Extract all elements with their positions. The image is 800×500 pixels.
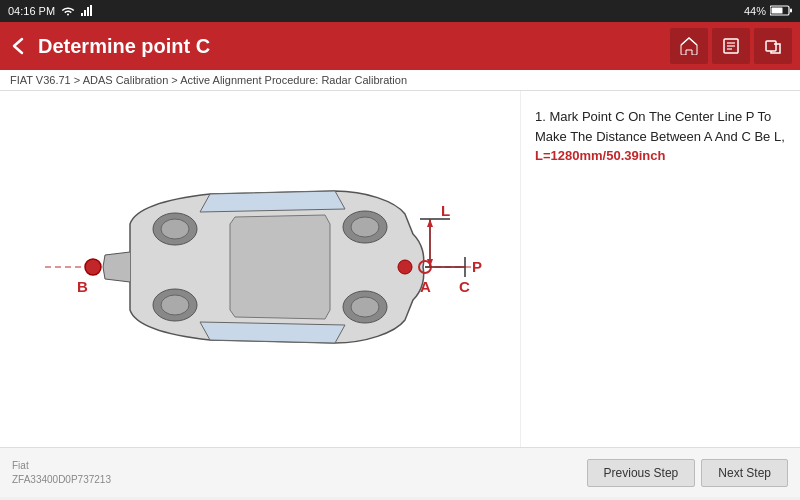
svg-rect-2 [87, 7, 89, 16]
serial-label: ZFA33400D0P737213 [12, 473, 111, 487]
next-step-button[interactable]: Next Step [701, 459, 788, 487]
svg-point-33 [90, 262, 100, 272]
svg-point-19 [351, 217, 379, 237]
breadcrumb: FIAT V36.71 > ADAS Calibration > Active … [0, 70, 800, 91]
svg-point-21 [398, 260, 412, 274]
diag-button[interactable] [712, 28, 750, 64]
svg-point-17 [161, 219, 189, 239]
page-title: Determine point C [38, 35, 670, 58]
svg-rect-5 [790, 8, 792, 12]
diagram-area: B A C L P [0, 91, 520, 447]
svg-rect-1 [84, 10, 86, 16]
time-display: 04:16 PM [8, 5, 55, 17]
footer: Fiat ZFA33400D0P737213 Previous Step Nex… [0, 447, 800, 497]
svg-text:B: B [77, 278, 88, 295]
svg-rect-3 [90, 5, 92, 16]
previous-step-button[interactable]: Previous Step [587, 459, 696, 487]
svg-rect-11 [766, 41, 776, 51]
brand-label: Fiat [12, 459, 111, 473]
svg-point-18 [161, 295, 189, 315]
battery-text: 44% [744, 5, 766, 17]
instruction-highlight: L=1280mm/50.39inch [535, 148, 665, 163]
forward-button[interactable] [754, 28, 792, 64]
home-button[interactable] [670, 28, 708, 64]
svg-rect-0 [81, 13, 83, 16]
svg-rect-6 [772, 7, 783, 13]
svg-text:A: A [420, 278, 431, 295]
back-button[interactable] [8, 36, 28, 56]
main-content: B A C L P [0, 91, 800, 447]
footer-buttons: Previous Step Next Step [587, 459, 788, 487]
signal-icon [81, 5, 93, 18]
svg-marker-35 [427, 219, 433, 227]
wifi-icon [61, 5, 75, 18]
header: Determine point C [0, 22, 800, 70]
svg-text:L: L [441, 202, 450, 219]
svg-text:P: P [472, 258, 482, 275]
instructions-panel: 1. Mark Point C On The Center Line P To … [520, 91, 800, 447]
svg-point-20 [351, 297, 379, 317]
status-right: 44% [744, 5, 792, 18]
car-diagram: B A C L P [35, 119, 485, 419]
footer-info: Fiat ZFA33400D0P737213 [12, 459, 111, 487]
battery-icon [770, 5, 792, 18]
status-bar: 04:16 PM 44% [0, 0, 800, 22]
instruction-text: 1. Mark Point C On The Center Line P To … [535, 107, 786, 146]
header-icons [670, 28, 792, 64]
svg-marker-36 [427, 259, 433, 267]
status-left: 04:16 PM [8, 5, 93, 18]
svg-text:C: C [459, 278, 470, 295]
